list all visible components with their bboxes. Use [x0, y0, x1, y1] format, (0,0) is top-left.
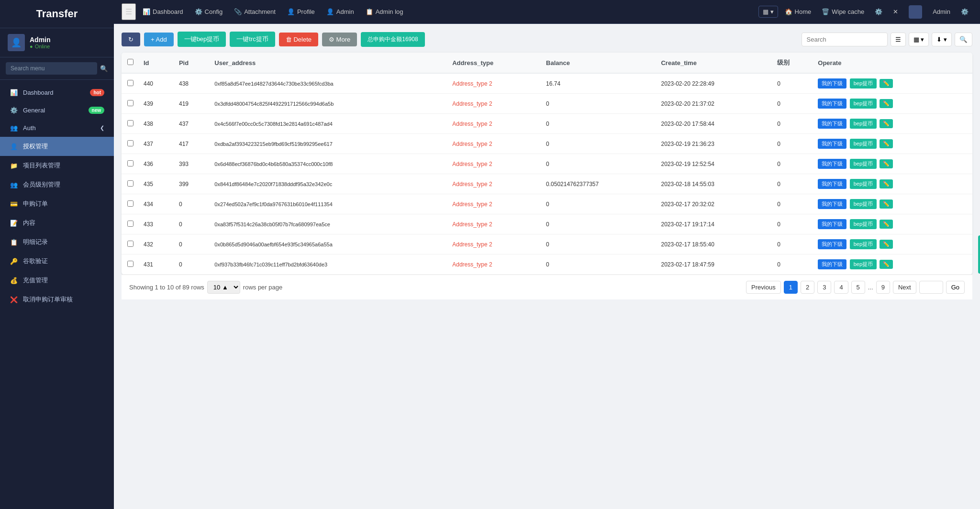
edit-row-button[interactable]: ✏️ [880, 79, 893, 88]
topnav-gear[interactable]: ⚙️ [957, 6, 972, 18]
row-checkbox[interactable] [127, 80, 134, 86]
rows-per-page-label: rows per page [243, 284, 282, 291]
page-2-button[interactable]: 2 [801, 281, 814, 294]
bep-withdraw-button[interactable]: bep提币 [850, 239, 877, 249]
my-downstream-button[interactable]: 我的下级 [818, 199, 846, 209]
bep-withdraw-button[interactable]: bep提币 [850, 179, 877, 189]
page-3-button[interactable]: 3 [817, 281, 831, 294]
page-5-button[interactable]: 5 [851, 281, 865, 294]
edit-row-button[interactable]: ✏️ [880, 179, 893, 188]
row-checkbox[interactable] [127, 180, 134, 187]
topnav-config[interactable]: ⚙️ Config [190, 5, 228, 18]
table-search-input[interactable] [802, 33, 888, 46]
topnav-attachment[interactable]: 📎 Attachment [229, 5, 280, 18]
bep-withdraw-button[interactable]: bep提币 [850, 99, 877, 109]
my-downstream-button[interactable]: 我的下级 [818, 78, 846, 89]
edit-row-button[interactable]: ✏️ [880, 119, 893, 128]
topnav-close[interactable]: ✕ [889, 6, 902, 18]
search-menu-button[interactable]: 🔍 [100, 65, 108, 72]
main-area: ☰ 📊 Dashboard ⚙️ Config 📎 Attachment 👤 P… [114, 0, 980, 509]
page-9-button[interactable]: 9 [876, 281, 890, 294]
sidebar-item-cancel[interactable]: ❌ 取消申购订单审核 [0, 290, 114, 309]
my-downstream-button[interactable]: 我的下级 [818, 159, 846, 169]
add-button[interactable]: + Add [144, 33, 174, 46]
search-filter-button[interactable]: 🔍 [955, 33, 972, 46]
total-button[interactable]: 总申购中金额16908 [361, 32, 424, 47]
bep-withdraw-button[interactable]: bep提币 [850, 219, 877, 229]
topnav-admin[interactable]: 👤 Admin [322, 5, 359, 18]
row-checkbox[interactable] [127, 120, 134, 126]
topnav-avatar[interactable] [905, 3, 926, 21]
cell-id: 433 [139, 214, 174, 234]
bep-button[interactable]: 一键bep提币 [178, 32, 226, 47]
select-all-checkbox[interactable] [127, 59, 134, 65]
topnav-admin-user[interactable]: Admin [929, 6, 954, 18]
row-checkbox[interactable] [127, 221, 134, 227]
bep-withdraw-button[interactable]: bep提币 [850, 78, 877, 89]
previous-button[interactable]: Previous [746, 281, 781, 294]
sidebar-item-general[interactable]: ⚙️ General new [0, 101, 114, 119]
sidebar-item-projects[interactable]: 📁 项目列表管理 [0, 156, 114, 175]
trc-button[interactable]: 一键trc提币 [230, 32, 275, 47]
sidebar-item-roles[interactable]: 👤 授权管理 [0, 137, 114, 156]
my-downstream-button[interactable]: 我的下级 [818, 139, 846, 149]
row-checkbox[interactable] [127, 261, 134, 267]
delete-button[interactable]: 🗑 Delete [279, 33, 318, 46]
edit-row-button[interactable]: ✏️ [880, 99, 893, 108]
grid-dropdown-button[interactable]: ▦ ▾ [758, 6, 778, 18]
edit-row-button[interactable]: ✏️ [880, 220, 893, 229]
next-button[interactable]: Next [893, 281, 916, 294]
sidebar-item-google[interactable]: 🔑 谷歌验证 [0, 252, 114, 271]
my-downstream-button[interactable]: 我的下级 [818, 119, 846, 129]
sidebar-item-records[interactable]: 📋 明细记录 [0, 232, 114, 252]
more-button[interactable]: ⚙ More [322, 33, 357, 46]
go-to-page-input[interactable] [919, 281, 943, 294]
bep-withdraw-button[interactable]: bep提币 [850, 119, 877, 129]
bep-withdraw-button[interactable]: bep提币 [850, 139, 877, 149]
row-checkbox[interactable] [127, 140, 134, 146]
topnav-profile[interactable]: 👤 Profile [282, 5, 320, 18]
cell-address: 0x3dfdd48004754c825f4492291712566c994d6a… [210, 94, 447, 114]
sidebar-item-auth[interactable]: 👥 Auth ❮ [0, 119, 114, 137]
row-checkbox[interactable] [127, 160, 134, 166]
my-downstream-button[interactable]: 我的下级 [818, 219, 846, 229]
topnav-profile-label: Profile [297, 8, 315, 15]
sidebar-item-content[interactable]: 📝 内容 [0, 213, 114, 232]
topnav-wipecache[interactable]: 🗑️ Wipe cache [818, 6, 868, 18]
page-1-button[interactable]: 1 [784, 281, 798, 294]
go-button[interactable]: Go [946, 281, 965, 294]
edit-row-button[interactable]: ✏️ [880, 139, 893, 148]
edit-row-button[interactable]: ✏️ [880, 260, 893, 269]
refresh-button[interactable]: ↻ [122, 33, 140, 46]
my-downstream-button[interactable]: 我的下级 [818, 99, 846, 109]
row-checkbox[interactable] [127, 100, 134, 106]
sidebar-item-recharge[interactable]: 💰 充值管理 [0, 271, 114, 290]
rows-per-page-select[interactable]: 10 ▲ 25 50 [207, 281, 240, 294]
search-menu-input[interactable] [6, 62, 97, 75]
edit-row-button[interactable]: ✏️ [880, 240, 893, 249]
sidebar-item-dashboard[interactable]: 📊 Dashboard hot [0, 84, 114, 101]
cell-operate: 我的下级 bep提币 ✏️ [813, 174, 972, 194]
sidebar-item-members[interactable]: 👥 会员级别管理 [0, 175, 114, 194]
edit-row-button[interactable]: ✏️ [880, 199, 893, 209]
bep-withdraw-button[interactable]: bep提币 [850, 199, 877, 209]
filter-button[interactable]: ⬇ ▾ [932, 33, 952, 46]
edit-row-button[interactable]: ✏️ [880, 159, 893, 168]
hamburger-button[interactable]: ☰ [122, 3, 136, 20]
topnav-home[interactable]: 🏠 Home [781, 6, 815, 18]
row-checkbox[interactable] [127, 241, 134, 247]
my-downstream-button[interactable]: 我的下级 [818, 259, 846, 269]
bep-withdraw-button[interactable]: bep提币 [850, 159, 877, 169]
row-checkbox[interactable] [127, 200, 134, 207]
bep-withdraw-button[interactable]: bep提币 [850, 259, 877, 269]
topnav-attachment-icon: 📎 [234, 8, 242, 15]
my-downstream-button[interactable]: 我的下级 [818, 179, 846, 189]
topnav-adminlog[interactable]: 📋 Admin log [361, 5, 408, 18]
sidebar-item-orders[interactable]: 💳 申购订单 [0, 194, 114, 213]
list-view-button[interactable]: ☰ [891, 33, 906, 46]
topnav-settings2[interactable]: ⚙️ [871, 6, 886, 18]
page-4-button[interactable]: 4 [834, 281, 848, 294]
my-downstream-button[interactable]: 我的下级 [818, 239, 846, 249]
topnav-dashboard[interactable]: 📊 Dashboard [138, 5, 188, 18]
grid-view-button[interactable]: ▦ ▾ [909, 33, 929, 46]
